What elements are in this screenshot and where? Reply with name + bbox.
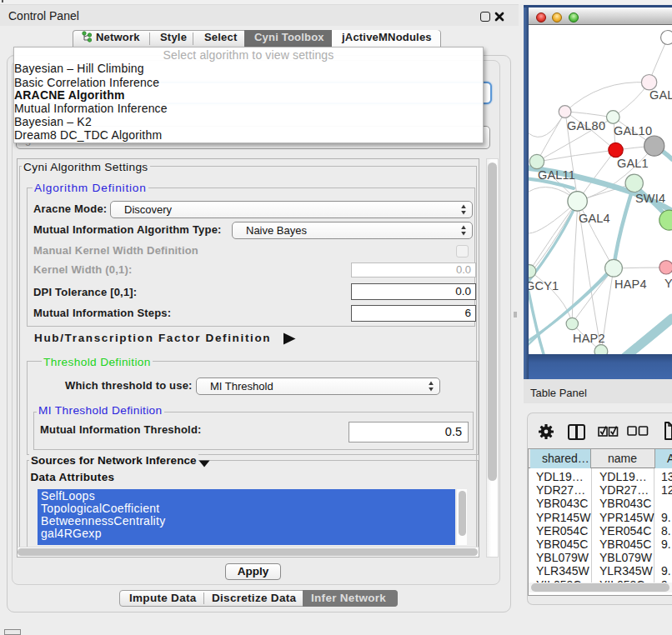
svg-text:GAL10: GAL10: [614, 124, 652, 138]
svg-text:Y: Y: [664, 277, 672, 290]
svg-text:GAL4: GAL4: [579, 212, 610, 225]
svg-text:GAL1: GAL1: [617, 157, 649, 170]
svg-text:GAL80: GAL80: [567, 119, 605, 132]
svg-text:GAL7: GAL7: [649, 88, 672, 102]
svg-text:SWI4: SWI4: [635, 192, 665, 205]
svg-text:GCY1: GCY1: [529, 279, 559, 292]
svg-text:GAL11: GAL11: [538, 168, 575, 182]
svg-text:HAP2: HAP2: [573, 332, 605, 345]
svg-text:HAP4: HAP4: [614, 278, 647, 291]
